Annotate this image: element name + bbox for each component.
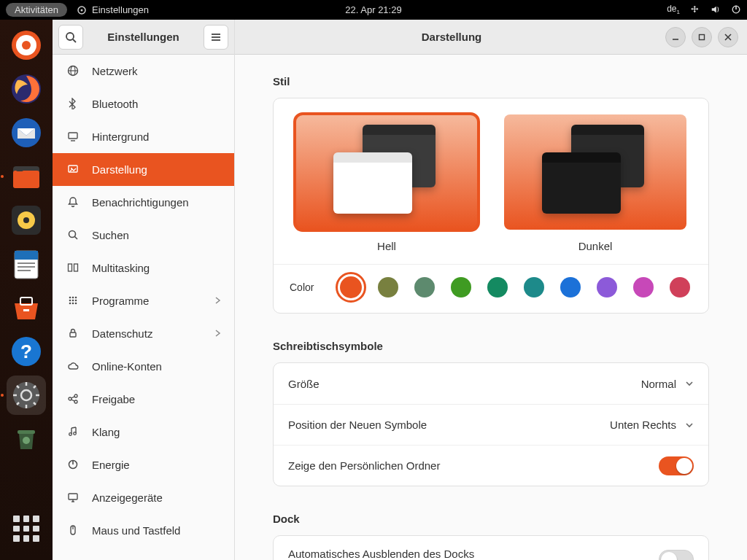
main-pane: Darstellung Stil Hell (235, 20, 747, 560)
close-button[interactable] (718, 27, 738, 47)
sidebar-item-multitask[interactable]: Multitasking (53, 252, 234, 284)
color-swatch[interactable] (597, 277, 617, 298)
color-swatch[interactable] (378, 277, 398, 298)
gnome-topbar: Aktivitäten Einstellungen 22. Apr 21:29 … (0, 0, 747, 20)
style-option-dark[interactable]: Dunkel (504, 114, 686, 257)
search-icon (66, 229, 80, 241)
dock-card: Automatisches Ausblenden des Docks Das D… (273, 535, 709, 560)
row-icon-size[interactable]: Größe Normal (274, 363, 708, 404)
power-icon[interactable] (731, 4, 741, 15)
svg-point-52 (69, 297, 71, 299)
svg-rect-21 (23, 309, 29, 311)
row-icon-position[interactable]: Position der Neuen Symbole Unten Rechts (274, 404, 708, 445)
sidebar-item-globe[interactable]: Netzwerk (53, 55, 234, 88)
row-personal-folder: Zeige den Persönlichen Ordner (274, 445, 708, 486)
svg-rect-19 (18, 270, 31, 271)
clock[interactable]: 22. Apr 21:29 (345, 4, 401, 15)
section-title-desktop-icons: Schreibtischsymbole (273, 340, 709, 352)
dock-app-files[interactable] (7, 157, 46, 196)
color-swatch[interactable] (451, 277, 471, 298)
svg-rect-77 (700, 34, 705, 39)
dock-app-software[interactable] (7, 288, 46, 327)
color-row: Color (274, 264, 708, 313)
color-swatch[interactable] (524, 277, 544, 298)
app-menu[interactable]: Einstellungen (76, 4, 149, 16)
sidebar-item-label: Energie (92, 459, 130, 471)
svg-point-57 (75, 300, 77, 302)
svg-point-56 (72, 300, 74, 302)
appearance-icon (66, 163, 80, 175)
sidebar-item-lock[interactable]: Datenschutz (53, 317, 234, 350)
hamburger-button[interactable] (204, 25, 228, 50)
svg-point-60 (75, 303, 77, 305)
dock-apps-button[interactable] (7, 509, 46, 548)
sidebar-item-share[interactable]: Freigabe (53, 383, 234, 416)
sidebar-item-label: Hintergrund (92, 131, 149, 143)
sidebar-item-bluetooth[interactable]: Bluetooth (53, 88, 234, 120)
hamburger-icon (210, 31, 222, 43)
svg-rect-61 (70, 332, 76, 337)
main-header: Darstellung (235, 20, 747, 55)
sidebar-item-appearance[interactable]: Darstellung (53, 153, 234, 186)
color-swatch[interactable] (670, 277, 690, 298)
color-swatch[interactable] (340, 276, 362, 298)
multitask-icon (66, 262, 80, 273)
svg-rect-18 (18, 266, 35, 268)
maximize-button[interactable] (692, 27, 712, 47)
color-swatch[interactable] (633, 277, 654, 298)
sidebar-item-music[interactable]: Klang (53, 416, 234, 448)
sidebar-header: Einstellungen (53, 20, 234, 55)
sidebar-item-display[interactable]: Hintergrund (53, 120, 234, 153)
svg-line-49 (75, 237, 78, 240)
close-icon (724, 34, 732, 41)
search-button[interactable] (58, 25, 83, 50)
dock-app-rhythmbox[interactable] (7, 201, 46, 240)
switch-dock-autohide[interactable] (659, 550, 694, 560)
svg-text:?: ? (20, 341, 32, 362)
svg-point-58 (69, 303, 71, 305)
color-swatch[interactable] (414, 277, 435, 298)
dock-app-firefox[interactable] (7, 69, 46, 109)
sidebar-item-mouse[interactable]: Maus und Tastfeld (53, 514, 234, 547)
svg-point-53 (72, 297, 74, 299)
sidebar-item-search[interactable]: Suchen (53, 219, 234, 252)
sidebar-item-display2[interactable]: Anzeigegeräte (53, 481, 234, 514)
chevron-right-icon (214, 297, 221, 304)
sidebar-item-label: Multitasking (92, 262, 150, 274)
style-card: Hell Dunkel Color (273, 98, 709, 314)
page-title: Darstellung (244, 31, 659, 43)
minimize-button[interactable] (665, 27, 686, 47)
content-area: Stil Hell Dunke (235, 55, 747, 560)
sidebar-title: Einstellungen (89, 31, 198, 43)
activities-button[interactable]: Aktivitäten (6, 3, 67, 17)
sidebar-item-label: Programme (92, 295, 149, 307)
sidebar-item-power[interactable]: Energie (53, 448, 234, 481)
section-title-dock: Dock (273, 513, 709, 525)
lock-icon (66, 327, 80, 339)
sidebar-item-label: Bluetooth (92, 98, 138, 110)
svg-point-64 (74, 400, 77, 403)
svg-rect-34 (18, 430, 35, 434)
dock-app-help[interactable]: ? (7, 332, 46, 371)
svg-point-6 (22, 41, 31, 50)
chevron-down-icon (685, 421, 694, 429)
sidebar-item-cloud[interactable]: Online-Konten (53, 350, 234, 383)
dock-app-writer[interactable] (7, 244, 46, 284)
music-icon (66, 426, 80, 438)
dock-app-trash[interactable] (7, 419, 46, 459)
dock-app-update[interactable] (7, 26, 46, 65)
keyboard-layout[interactable]: de1 (667, 4, 680, 15)
style-option-light[interactable]: Hell (295, 114, 478, 257)
style-label-dark: Dunkel (504, 240, 686, 257)
sidebar-item-bell[interactable]: Benachrichtigungen (53, 186, 234, 219)
sidebar-item-apps[interactable]: Programme (53, 284, 234, 317)
color-swatch[interactable] (560, 277, 581, 298)
svg-rect-16 (15, 251, 38, 260)
dock-app-settings[interactable] (7, 376, 46, 415)
volume-icon[interactable] (711, 4, 721, 15)
color-swatch[interactable] (487, 277, 508, 298)
dock-app-thunderbird[interactable] (7, 113, 46, 152)
network-icon[interactable] (690, 4, 700, 15)
color-label: Color (290, 281, 314, 293)
switch-personal-folder[interactable] (659, 456, 694, 475)
